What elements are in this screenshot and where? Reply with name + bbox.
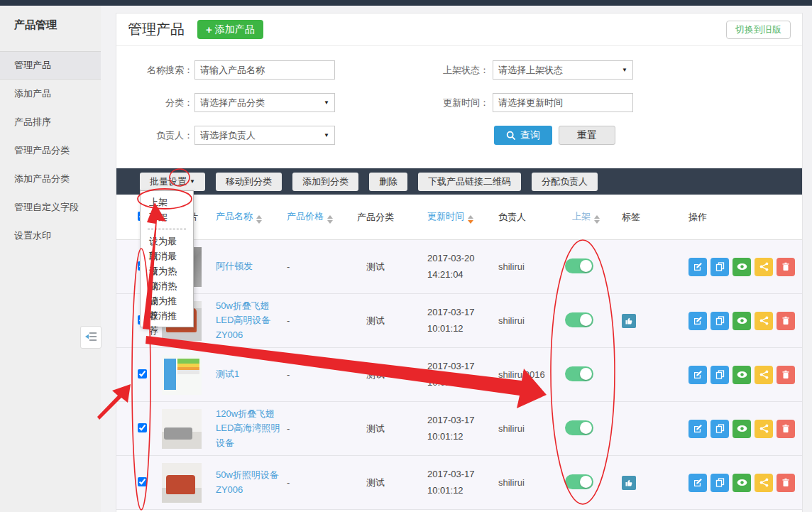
edit-button[interactable] [688,258,707,276]
delete-button[interactable]: 删除 [369,173,407,191]
product-owner: shilirui [485,261,556,272]
delete-row-button[interactable] [777,312,795,330]
add-product-button[interactable]: + 添加产品 [197,20,263,39]
reset-button[interactable]: 重置 [559,126,615,145]
column-header-name[interactable]: 产品名称 [216,209,287,224]
on-shelf-toggle[interactable] [565,474,593,489]
product-owner: shilirui [485,477,556,488]
assign-owner-button[interactable]: 分配负责人 [532,173,598,191]
toggle-knob [580,422,592,434]
delete-row-button[interactable] [777,258,795,276]
menu-item-off-shelf[interactable]: 下架 [141,209,193,224]
download-qrcode-button[interactable]: 下载产品链接二维码 [418,173,521,191]
view-button[interactable] [733,474,751,492]
menu-item-unset-newest[interactable]: 取消最新 [141,249,193,263]
product-name-link[interactable]: 50w折照明设备ZY006 [216,469,279,494]
share-button[interactable] [755,420,773,438]
delete-row-button[interactable] [777,366,795,384]
column-header-price[interactable]: 产品价格 [287,210,336,224]
product-name-link[interactable]: 测试1 [216,369,239,379]
table-header: 图片 产品名称 产品价格 产品分类 更新时间 负责人 上架 标签 操作 [116,195,802,240]
product-name-link[interactable]: 120w折叠飞翅LED高海湾照明设备 [216,408,280,447]
delete-row-button[interactable] [777,474,795,492]
column-header-owner: 负责人 [485,211,556,224]
product-name-link[interactable]: 阿什顿发 [216,261,253,271]
copy-button[interactable] [710,366,729,384]
batch-toolbar: 批量设置 ▼ 移动到分类 添加到分类 删除 下载产品链接二维码 分配负责人 上架… [116,168,802,195]
share-button[interactable] [755,258,773,276]
product-image[interactable] [162,409,202,449]
updated-date: 2017-03-20 [427,251,485,266]
row-checkbox[interactable] [138,423,147,432]
menu-item-set-hot[interactable]: 设为热销 [141,263,193,278]
sidebar-item-manage-products[interactable]: 管理产品 [0,51,101,80]
menu-item-on-shelf[interactable]: 上架 [141,195,193,209]
table-row: 测试1 - 测试 2017-03-17 10:01:12 shilirui201… [116,348,802,402]
product-name-link[interactable]: 50w折叠飞翅LED高明设备ZY006 [216,300,270,339]
menu-item-set-recommend[interactable]: 设为推荐 [141,293,193,308]
plus-icon: + [206,24,212,35]
add-product-label: 添加产品 [215,23,255,36]
name-search-input[interactable] [194,60,335,80]
owner-select-value: 请选择负责人 [200,129,256,142]
share-button[interactable] [755,474,773,492]
view-button[interactable] [733,258,751,276]
view-button[interactable] [733,312,751,330]
menu-item-set-newest[interactable]: 设为最新 [141,234,193,249]
on-shelf-toggle[interactable] [565,258,593,273]
add-to-category-button[interactable]: 添加到分类 [292,173,358,191]
menu-item-unset-recommend[interactable]: 取消推荐 [141,308,193,323]
owner-select[interactable]: 请选择负责人 ▼ [194,126,335,145]
sidebar-item-custom-fields[interactable]: 管理自定义字段 [0,193,101,222]
search-button[interactable]: 查询 [494,126,552,145]
product-updated: 2017-03-17 10:01:12 [415,467,485,498]
row-actions [671,474,802,492]
on-shelf-toggle[interactable] [565,366,593,381]
status-select[interactable]: 请选择上架状态 ▼ [493,60,633,80]
switch-to-old-version-button[interactable]: 切换到旧版 [726,21,791,39]
copy-button[interactable] [710,420,729,438]
share-button[interactable] [755,312,773,330]
on-shelf-toggle[interactable] [565,312,593,327]
view-button[interactable] [733,420,751,438]
update-time-input[interactable] [493,93,633,112]
sort-icon [256,215,262,224]
product-category: 测试 [336,423,415,435]
sidebar-item-manage-categories[interactable]: 管理产品分类 [0,136,101,165]
edit-button[interactable] [688,312,707,330]
category-select-value: 请选择产品分类 [200,97,265,109]
thumb-up-badge [622,314,636,328]
share-button[interactable] [755,366,773,384]
toggle-knob [580,260,592,272]
row-checkbox[interactable] [138,369,147,378]
filter-panel: 名称搜索： 分类： 请选择产品分类 ▼ 负责人： 请选择负责人 ▼ 上架状态： … [116,46,802,168]
product-price: - [287,477,336,488]
column-header-updated[interactable]: 更新时间 [415,210,485,224]
view-button[interactable] [733,366,751,384]
sidebar-item-add-category[interactable]: 添加产品分类 [0,165,101,193]
delete-row-button[interactable] [777,420,795,438]
owner-filter-label: 负责人： [120,126,193,145]
copy-button[interactable] [710,312,729,330]
updated-date: 2017-03-17 [427,305,485,320]
product-image[interactable] [162,355,202,395]
collapse-sidebar-button[interactable] [80,326,102,349]
row-checkbox[interactable] [138,477,147,486]
menu-item-unset-hot[interactable]: 取消热销 [141,278,193,293]
edit-button[interactable] [688,474,707,492]
sidebar-item-add-product[interactable]: 添加产品 [0,80,101,108]
column-header-on-shelf[interactable]: 上架 [556,210,600,224]
on-shelf-toggle[interactable] [565,420,593,435]
copy-button[interactable] [710,258,729,276]
page-title: 管理产品 [128,20,185,39]
copy-button[interactable] [710,474,729,492]
sidebar-item-product-sort[interactable]: 产品排序 [0,108,101,136]
edit-button[interactable] [688,420,707,438]
product-image[interactable] [162,463,202,503]
edit-button[interactable] [688,366,707,384]
sort-icon [594,215,600,224]
sidebar-item-watermark[interactable]: 设置水印 [0,222,101,250]
move-to-category-button[interactable]: 移动到分类 [216,173,282,191]
batch-settings-button[interactable]: 批量设置 ▼ [140,173,205,191]
category-select[interactable]: 请选择产品分类 ▼ [194,93,335,112]
